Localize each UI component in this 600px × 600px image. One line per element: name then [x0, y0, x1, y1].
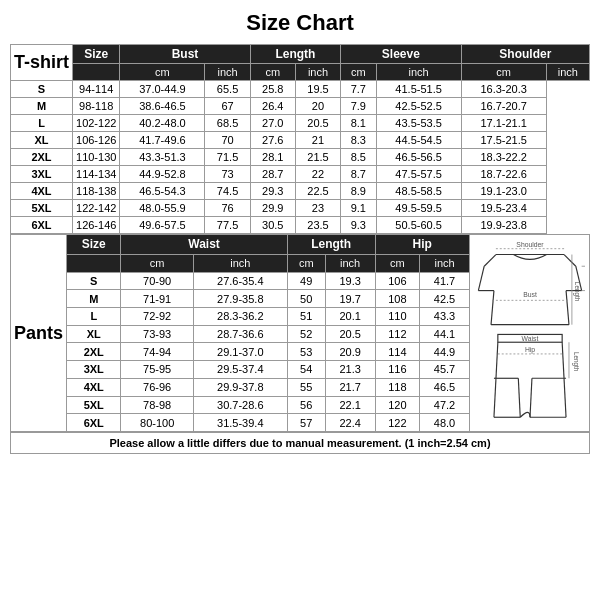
pants-row-1-col-1: 71-91: [121, 290, 193, 308]
tshirt-row-7-col-7: 49.5-59.5: [376, 200, 461, 217]
tshirt-label: T-shirt: [11, 45, 73, 81]
pants-subheader-5: cm: [375, 254, 420, 272]
pants-row-2-col-4: 20.1: [325, 307, 375, 325]
pants-label: Pants: [11, 235, 67, 432]
tshirt-row-6-col-7: 48.5-58.5: [376, 183, 461, 200]
pants-row-6-col-0: 4XL: [67, 378, 121, 396]
tshirt-row-6-col-5: 22.5: [295, 183, 340, 200]
tshirt-row-4-col-3: 71.5: [205, 149, 250, 166]
pants-subheader-4: inch: [325, 254, 375, 272]
pants-row-8-col-4: 22.4: [325, 414, 375, 432]
pants-row-0-col-0: S: [67, 272, 121, 290]
tshirt-row-8-col-6: 9.3: [341, 217, 376, 234]
pants-row-1-col-4: 19.7: [325, 290, 375, 308]
tshirt-row-6-col-6: 8.9: [341, 183, 376, 200]
tshirt-row-0-col-0: S: [11, 81, 73, 98]
svg-text:Shoulder: Shoulder: [516, 241, 544, 248]
pants-subheader-6: inch: [420, 254, 470, 272]
tshirt-row-0-col-4: 25.8: [250, 81, 295, 98]
pants-row-0-col-4: 19.3: [325, 272, 375, 290]
pants-row-8-col-5: 122: [375, 414, 420, 432]
pants-row-1-col-5: 108: [375, 290, 420, 308]
pants-row-6-col-4: 21.7: [325, 378, 375, 396]
pants-row-6-col-3: 55: [287, 378, 325, 396]
pants-row-7-col-2: 30.7-28.6: [193, 396, 287, 414]
tshirt-row-5-col-8: 18.7-22.6: [461, 166, 546, 183]
tshirt-row-3-col-1: 106-126: [73, 132, 120, 149]
tshirt-row-0-col-7: 41.5-51.5: [376, 81, 461, 98]
pants-row-0-col-1: 70-90: [121, 272, 193, 290]
pants-row-3-col-4: 20.5: [325, 325, 375, 343]
tshirt-row-2-col-7: 43.5-53.5: [376, 115, 461, 132]
tshirt-row-6-col-2: 46.5-54.3: [120, 183, 205, 200]
tshirt-sub-shoulder-cm: cm: [461, 64, 546, 81]
tshirt-row-8-col-2: 49.6-57.5: [120, 217, 205, 234]
pants-row-5-col-4: 21.3: [325, 361, 375, 379]
pants-subheader-3: cm: [287, 254, 325, 272]
pants-row-4-col-1: 74-94: [121, 343, 193, 361]
tshirt-row-2-col-0: L: [11, 115, 73, 132]
pants-row-4-col-4: 20.9: [325, 343, 375, 361]
tshirt-sub-sleeve-inch: inch: [376, 64, 461, 81]
tshirt-row-3-col-2: 41.7-49.6: [120, 132, 205, 149]
page-title: Size Chart: [10, 10, 590, 36]
tshirt-sub-bust-inch: inch: [205, 64, 250, 81]
svg-line-2: [564, 255, 576, 267]
pants-row-3-col-6: 44.1: [420, 325, 470, 343]
tshirt-row-2-col-2: 40.2-48.0: [120, 115, 205, 132]
pants-row-2-col-6: 43.3: [420, 307, 470, 325]
tshirt-row-0-col-3: 65.5: [205, 81, 250, 98]
pants-row-6-col-2: 29.9-37.8: [193, 378, 287, 396]
tshirt-row-2-col-5: 20.5: [295, 115, 340, 132]
tshirt-row-6-col-1: 118-138: [73, 183, 120, 200]
tshirt-row-1-col-7: 42.5-52.5: [376, 98, 461, 115]
pants-row-5-col-1: 75-95: [121, 361, 193, 379]
tshirt-sub-sleeve-cm: cm: [341, 64, 376, 81]
pants-row-8-col-0: 6XL: [67, 414, 121, 432]
svg-line-25: [518, 378, 520, 417]
pants-row-6-col-5: 118: [375, 378, 420, 396]
pants-row-6-col-1: 76-96: [121, 378, 193, 396]
pants-row-4-col-6: 44.9: [420, 343, 470, 361]
pants-row-4-col-2: 29.1-37.0: [193, 343, 287, 361]
pants-row-1-col-2: 27.9-35.8: [193, 290, 287, 308]
tshirt-row-3-col-6: 8.3: [341, 132, 376, 149]
tshirt-row-3-col-8: 17.5-21.5: [461, 132, 546, 149]
pants-row-7-col-6: 47.2: [420, 396, 470, 414]
tshirt-row-8-col-1: 126-146: [73, 217, 120, 234]
tshirt-row-7-col-8: 19.5-23.4: [461, 200, 546, 217]
pants-header-waist: Waist: [121, 235, 287, 255]
pants-row-7-col-5: 120: [375, 396, 420, 414]
pants-row-5-col-2: 29.5-37.4: [193, 361, 287, 379]
tshirt-row-2-col-8: 17.1-21.1: [461, 115, 546, 132]
pants-row-0-col-5: 106: [375, 272, 420, 290]
tshirt-sub-length-inch: inch: [295, 64, 340, 81]
tshirt-row-1-col-3: 67: [205, 98, 250, 115]
tshirt-row-4-col-2: 43.3-51.3: [120, 149, 205, 166]
pants-row-1-col-3: 50: [287, 290, 325, 308]
pants-row-5-col-6: 45.7: [420, 361, 470, 379]
tshirt-row-6-col-4: 29.3: [250, 183, 295, 200]
tshirt-row-2-col-1: 102-122: [73, 115, 120, 132]
pants-row-0-col-3: 49: [287, 272, 325, 290]
tshirt-row-2-col-3: 68.5: [205, 115, 250, 132]
tshirt-row-3-col-7: 44.5-54.5: [376, 132, 461, 149]
tshirt-row-7-col-3: 76: [205, 200, 250, 217]
tshirt-row-4-col-5: 21.5: [295, 149, 340, 166]
pants-row-3-col-5: 112: [375, 325, 420, 343]
svg-text:Hip: Hip: [524, 346, 534, 354]
pants-row-8-col-2: 31.5-39.4: [193, 414, 287, 432]
tshirt-row-6-col-8: 19.1-23.0: [461, 183, 546, 200]
tshirt-row-0-col-5: 19.5: [295, 81, 340, 98]
pants-subheader-0: [67, 254, 121, 272]
pants-row-2-col-3: 51: [287, 307, 325, 325]
pants-row-6-col-6: 46.5: [420, 378, 470, 396]
tshirt-row-7-col-4: 29.9: [250, 200, 295, 217]
tshirt-row-8-col-3: 77.5: [205, 217, 250, 234]
tshirt-row-4-col-1: 110-130: [73, 149, 120, 166]
tshirt-size-header: Size: [73, 45, 120, 64]
tshirt-row-7-col-6: 9.1: [341, 200, 376, 217]
tshirt-row-3-col-0: XL: [11, 132, 73, 149]
tshirt-row-4-col-4: 28.1: [250, 149, 295, 166]
tshirt-row-3-col-5: 21: [295, 132, 340, 149]
